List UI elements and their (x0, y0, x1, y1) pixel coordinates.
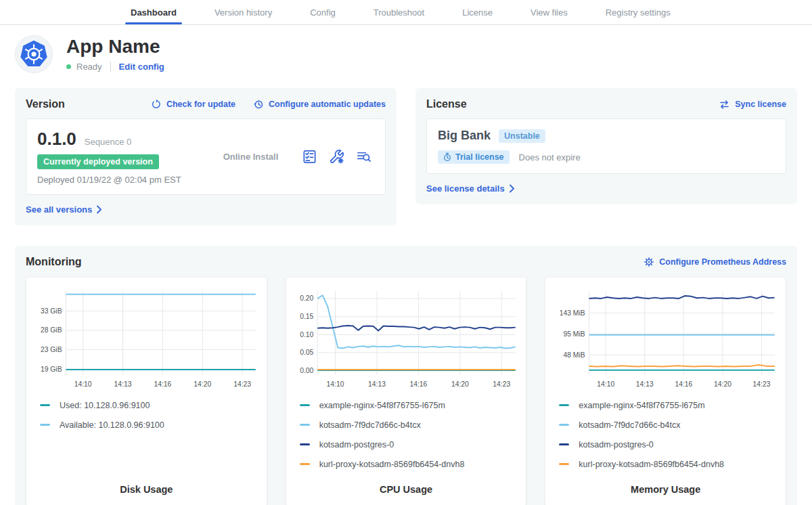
chart-legend: example-nginx-54f8f76755-l675mkotsadm-7f… (559, 401, 772, 469)
app-icon (15, 35, 53, 73)
configure-automatic-updates-link[interactable]: Configure automatic updates (253, 99, 386, 110)
customer-name: Big Bank (438, 129, 491, 143)
chart-card-cpu-usage: 14:1014:1314:1614:2014:230.000.050.100.1… (286, 277, 527, 505)
svg-text:0.20: 0.20 (300, 294, 313, 302)
gear-icon (644, 257, 654, 267)
legend-item: kotsadm-7f9dc7d66c-b4tcx (300, 420, 513, 430)
tab-view-files[interactable]: View files (512, 0, 587, 24)
version-sequence: Sequence 0 (85, 137, 131, 147)
license-card: License Sync license Big Bank Unstable (415, 88, 797, 204)
divider (110, 62, 111, 72)
legend-item: Used: 10.128.0.96:9100 (40, 401, 253, 410)
chart-card-disk-usage: 14:1014:1314:1614:2014:2319 GiB23 GiB28 … (26, 277, 267, 505)
version-card-title: Version (26, 98, 133, 110)
version-number: 0.1.0 (37, 129, 76, 150)
cpu-usage-chart[interactable]: 14:1014:1314:1614:2014:230.000.050.100.1… (293, 286, 520, 391)
legend-item: example-nginx-54f8f76755-l675m (300, 401, 513, 410)
app-status: Ready (76, 62, 102, 72)
see-license-details-link[interactable]: See license details (426, 183, 515, 194)
app-title: App Name (66, 37, 164, 58)
tab-troubleshoot[interactable]: Troubleshoot (355, 0, 443, 24)
legend-item: kurl-proxy-kotsadm-8569fb6454-dnvh8 (559, 460, 772, 469)
legend-item: kotsadm-postgres-0 (300, 440, 513, 449)
channel-badge: Unstable (499, 129, 545, 143)
chevron-right-icon (510, 184, 515, 193)
see-all-versions-link[interactable]: See all versions (26, 204, 102, 215)
monitoring-title: Monitoring (26, 256, 626, 268)
legend-label: kurl-proxy-kotsadm-8569fb6454-dnvh8 (319, 460, 465, 469)
sync-arrows-icon (719, 99, 730, 110)
svg-text:0.05: 0.05 (300, 349, 313, 356)
app-header: App Name Ready Edit config (0, 25, 812, 83)
svg-text:14:16: 14:16 (409, 380, 427, 388)
chevron-right-icon (97, 205, 102, 214)
legend-dash-icon (559, 443, 569, 445)
preflight-checks-button[interactable] (302, 149, 317, 164)
top-nav: DashboardVersion historyConfigTroublesho… (0, 0, 812, 25)
chart-title: Disk Usage (33, 469, 260, 495)
svg-text:28 GiB: 28 GiB (41, 326, 62, 334)
svg-text:14:13: 14:13 (114, 380, 132, 388)
refresh-icon (151, 99, 162, 110)
svg-text:14:23: 14:23 (493, 380, 510, 388)
legend-label: kotsadm-postgres-0 (319, 440, 394, 449)
memory-usage-chart[interactable]: 14:1014:1314:1614:2014:2348 MiB95 MiB143… (552, 286, 779, 391)
legend-dash-icon (559, 463, 569, 465)
svg-text:14:20: 14:20 (194, 380, 211, 388)
legend-item: kotsadm-postgres-0 (559, 440, 772, 449)
tab-version-history[interactable]: Version history (196, 0, 291, 24)
monitoring-section: Monitoring Configure Prometheus Address … (15, 246, 797, 505)
svg-text:14:10: 14:10 (74, 380, 92, 388)
legend-item: kotsadm-7f9dc7d66c-b4tcx (559, 420, 772, 430)
legend-dash-icon (559, 404, 569, 406)
edit-config-link[interactable]: Edit config (119, 62, 164, 72)
edit-config-values-button[interactable] (329, 149, 344, 164)
legend-dash-icon (40, 424, 50, 426)
status-dot-icon (66, 64, 71, 69)
svg-text:19 GiB: 19 GiB (41, 366, 62, 373)
kubernetes-logo-icon (20, 40, 48, 68)
trial-license-badge: Trial license (438, 150, 510, 164)
license-expiry: Does not expire (519, 152, 581, 162)
chart-title: Memory Usage (552, 469, 779, 495)
svg-text:14:10: 14:10 (326, 380, 344, 388)
deploy-logs-button[interactable] (356, 149, 371, 164)
legend-dash-icon (40, 404, 50, 406)
legend-dash-icon (300, 463, 310, 465)
svg-text:143 MiB: 143 MiB (560, 309, 585, 317)
version-card: Version Check for update Configure autom… (15, 88, 397, 225)
svg-text:14:16: 14:16 (154, 380, 171, 388)
svg-text:14:10: 14:10 (597, 380, 615, 388)
legend-label: Available: 10.128.0.96:9100 (60, 420, 164, 430)
disk-usage-chart[interactable]: 14:1014:1314:1614:2014:2319 GiB23 GiB28 … (33, 286, 260, 391)
svg-text:33 GiB: 33 GiB (41, 307, 62, 315)
svg-text:14:13: 14:13 (636, 380, 654, 388)
stopwatch-icon (443, 152, 451, 162)
svg-text:23 GiB: 23 GiB (41, 346, 62, 353)
tab-dashboard[interactable]: Dashboard (112, 0, 196, 24)
svg-text:95 MiB: 95 MiB (564, 330, 585, 338)
sync-license-link[interactable]: Sync license (719, 99, 786, 110)
deployed-timestamp: Deployed 01/19/22 @ 02:04 pm EST (37, 175, 200, 185)
tab-config[interactable]: Config (291, 0, 355, 24)
tab-license[interactable]: License (443, 0, 512, 24)
checklist-icon (302, 149, 317, 164)
license-card-title: License (426, 98, 701, 110)
configure-prometheus-link[interactable]: Configure Prometheus Address (644, 257, 786, 267)
check-for-update-link[interactable]: Check for update (151, 99, 235, 110)
svg-text:14:13: 14:13 (368, 380, 386, 388)
svg-text:48 MiB: 48 MiB (564, 351, 585, 359)
legend-label: kotsadm-7f9dc7d66c-b4tcx (579, 420, 680, 430)
wrench-gear-icon (329, 149, 344, 164)
legend-label: Used: 10.128.0.96:9100 (60, 401, 150, 410)
install-type: Online Install (200, 152, 302, 162)
legend-label: kotsadm-7f9dc7d66c-b4tcx (319, 420, 421, 430)
legend-dash-icon (300, 443, 310, 445)
clock-refresh-icon (253, 99, 264, 110)
tab-registry-settings[interactable]: Registry settings (587, 0, 690, 24)
svg-text:14:20: 14:20 (714, 380, 731, 388)
svg-text:14:23: 14:23 (753, 380, 771, 388)
svg-text:0.15: 0.15 (300, 313, 313, 320)
legend-item: example-nginx-54f8f76755-l675m (559, 401, 772, 410)
legend-label: example-nginx-54f8f76755-l675m (579, 401, 704, 410)
